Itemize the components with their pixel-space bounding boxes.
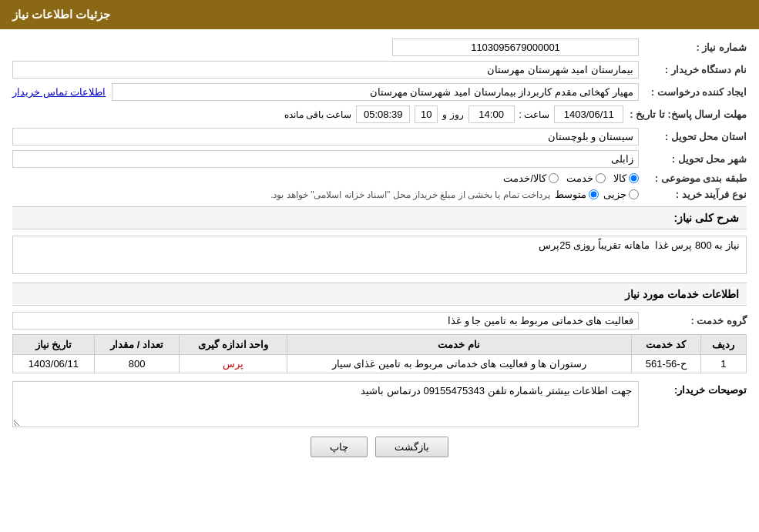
ijad-konande-label: ایجاد کننده درخواست : — [639, 86, 747, 98]
tabaqe-label: طبقه بندی موضوعی : — [639, 172, 747, 184]
radio-jozyi: جزیی — [603, 189, 639, 200]
cell-kod: ح-56-561 — [631, 355, 700, 373]
radio-khadamat: خدمت — [566, 172, 606, 184]
radio-khadamat-label: خدمت — [566, 172, 593, 184]
radio-kala-khadamat-label: کالا/خدمت — [503, 172, 546, 184]
radio-moutavaset-input[interactable] — [589, 189, 599, 199]
row-ostan: استان محل تحویل : سیستان و بلوچستان — [12, 128, 747, 146]
ostan-value: سیستان و بلوچستان — [12, 128, 639, 146]
rooz-label: روز و — [442, 109, 463, 120]
ettelaat-link[interactable]: اطلاعات تماس خریدار — [12, 86, 106, 98]
col-vahed: واحد اندازه گیری — [180, 335, 287, 355]
tvsifat-textarea[interactable] — [12, 381, 639, 427]
bazgasht-button[interactable]: بازگشت — [375, 437, 448, 457]
tvsifat-label: توصیحات خریدار: — [639, 381, 747, 396]
radio-kala-label: کالا — [613, 172, 626, 184]
col-tarikh: تاریخ نیاز — [13, 335, 95, 355]
cell-vahed: پرس — [180, 355, 287, 373]
shahr-value: زابلی — [12, 150, 639, 168]
radio-kala: کالا — [613, 172, 639, 184]
radio-jozyi-label: جزیی — [603, 189, 626, 200]
main-content: شماره نیاز : 1103095679000001 نام دستگاه… — [0, 29, 759, 476]
baghimande-label: ساعت باقی مانده — [284, 109, 352, 120]
radio-moutavaset: متوسط — [555, 189, 599, 200]
cell-name: رستوران ها و فعالیت های خدماتی مربوط به … — [287, 355, 631, 373]
page-header: جزئیات اطلاعات نیاز — [0, 0, 759, 29]
cell-radif: 1 — [700, 355, 746, 373]
col-radif: ردیف — [700, 335, 746, 355]
radio-khadamat-input[interactable] — [596, 173, 606, 183]
chap-button[interactable]: چاپ — [311, 437, 368, 457]
row-mohlat: مهلت ارسال پاسخ: تا تاریخ : 1403/06/11 س… — [12, 105, 747, 123]
nam-dastgah-label: نام دستگاه خریدار : — [639, 64, 747, 75]
saat-label: ساعت : — [519, 109, 550, 120]
grohe-value: فعالیت های خدماتی مربوط به تامین جا و غذ… — [12, 312, 639, 330]
tabaqe-radio-group: کالا خدمت کالا/خدمت — [503, 172, 639, 184]
row-nam-dastgah: نام دستگاه خریدار : بیمارستان امید شهرست… — [12, 61, 747, 79]
row-ijad-konande: ایجاد کننده درخواست : مهیار کهخائی مقدم … — [12, 83, 747, 101]
row-shahr: شهر محل تحویل : زابلی — [12, 150, 747, 168]
table-row: 1 ح-56-561 رستوران ها و فعالیت های خدمات… — [13, 355, 747, 373]
col-kod: کد خدمت — [631, 335, 700, 355]
sharh-section-title: شرح کلی نیاز: — [12, 206, 747, 229]
services-table: ردیف کد خدمت نام خدمت واحد اندازه گیری ت… — [12, 334, 747, 373]
tvsifat-row: توصیحات خریدار: — [12, 381, 747, 427]
date-value: 1403/06/11 — [554, 105, 623, 123]
row-shomare-niaz: شماره نیاز : 1103095679000001 — [12, 38, 747, 56]
sharh-textarea[interactable] — [12, 236, 747, 274]
farayand-note: پرداخت تمام یا بخشی از مبلغ خریداز محل "… — [270, 189, 550, 200]
rooz-value: 10 — [415, 105, 438, 123]
col-tedad: تعداد / مقدار — [94, 335, 180, 355]
page-title: جزئیات اطلاعات نیاز — [12, 8, 110, 21]
radio-moutavaset-label: متوسط — [555, 189, 586, 200]
nam-dastgah-value: بیمارستان امید شهرستان مهرستان — [12, 61, 639, 79]
baghimande-value: 05:08:39 — [356, 105, 410, 123]
col-name: نام خدمت — [287, 335, 631, 355]
button-row: بازگشت چاپ — [12, 437, 747, 467]
ostan-label: استان محل تحویل : — [639, 131, 747, 142]
row-farayand: نوع فرآیند خرید : جزیی متوسط پرداخت تمام… — [12, 189, 747, 200]
saat-value: 14:00 — [468, 105, 515, 123]
ijad-konande-value: مهیار کهخائی مقدم کاربرداز بیمارستان امی… — [112, 83, 639, 101]
sharh-box-wrapper — [12, 236, 747, 276]
cell-tarikh: 1403/06/11 — [13, 355, 95, 373]
page-wrapper: جزئیات اطلاعات نیاز شماره نیاز : 1103095… — [0, 0, 759, 532]
radio-jozyi-input[interactable] — [629, 189, 639, 199]
shomare-niaz-label: شماره نیاز : — [639, 42, 747, 53]
farayand-label: نوع فرآیند خرید : — [639, 189, 747, 200]
shahr-label: شهر محل تحویل : — [639, 153, 747, 165]
shomare-niaz-value: 1103095679000001 — [392, 38, 639, 56]
radio-kala-khadamat-input[interactable] — [549, 173, 559, 183]
row-grohe: گروه خدمت : فعالیت های خدماتی مربوط به ت… — [12, 312, 747, 330]
mohlat-label: مهلت ارسال پاسخ: تا تاریخ : — [623, 109, 747, 120]
radio-kala-khadamat: کالا/خدمت — [503, 172, 559, 184]
row-tabaqe: طبقه بندی موضوعی : کالا خدمت کالا/خدمت — [12, 172, 747, 184]
cell-tedad: 800 — [94, 355, 180, 373]
grohe-label: گروه خدمت : — [639, 315, 747, 326]
radio-kala-input[interactable] — [629, 173, 639, 183]
khadamat-section-title: اطلاعات خدمات مورد نیاز — [12, 283, 747, 306]
